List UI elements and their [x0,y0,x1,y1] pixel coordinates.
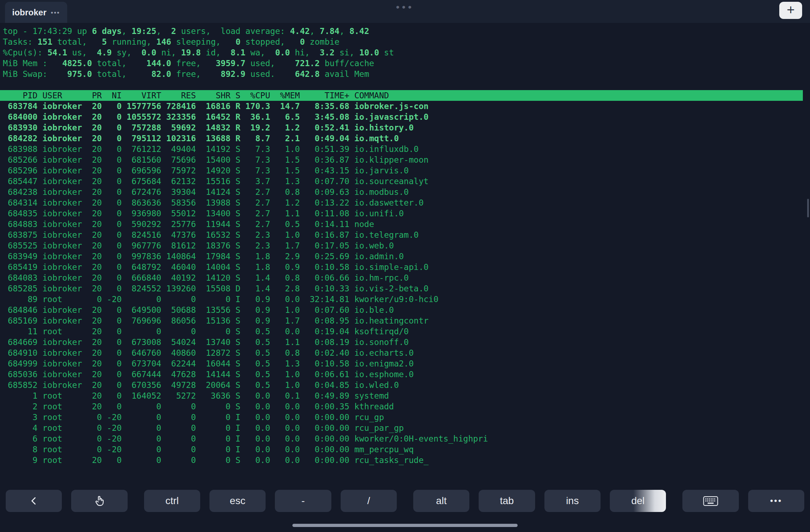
process-row: 3 root 0 -20 0 0 0 I 0.0 0.0 0:00.00 rcu… [3,412,803,423]
process-row: 11 root 20 0 0 0 0 S 0.5 0.0 0:19.04 kso… [3,326,803,337]
touch-pointer-icon [93,495,105,507]
key-back[interactable] [6,490,62,512]
process-row: 2 root 20 0 0 0 0 S 0.0 0.0 0:00.35 kthr… [3,401,803,412]
key-del[interactable]: del [610,490,666,512]
summary-line: top - 17:43:29 up 6 days, 19:25, 2 users… [3,26,803,36]
key-esc[interactable]: esc [209,490,266,512]
process-row: 8 root 0 -20 0 0 0 I 0.0 0.0 0:00.00 mm_… [3,444,803,455]
tab-bar: iobroker ••• ••• + [0,0,810,23]
chevron-left-icon [29,496,39,506]
process-row: 685285 iobroker 20 0 824552 139260 15508… [3,283,803,294]
multitasking-dots[interactable]: ••• [396,1,414,13]
summary-line: MiB Swap: 975.0 total, 82.0 free, 892.9 … [3,69,803,79]
process-row: 683949 iobroker 20 0 997836 140864 17984… [3,251,803,262]
process-row: 685296 iobroker 20 0 696596 75972 14920 … [3,165,803,176]
key-keyboard-toggle[interactable] [682,490,739,512]
process-row: 684314 iobroker 20 0 863636 58356 13988 … [3,197,803,208]
process-row: 684835 iobroker 20 0 936980 55012 13400 … [3,208,803,219]
process-row: 685525 iobroker 20 0 967776 81612 18376 … [3,240,803,251]
process-table-header: PID USER PR NI VIRT RES SHR S %CPU %MEM … [0,90,803,101]
process-row: 684282 iobroker 20 0 795112 102316 13688… [3,133,803,144]
process-row: 683784 iobroker 20 0 1577756 728416 1681… [3,101,803,112]
process-row: 684846 iobroker 20 0 649500 50688 13556 … [3,305,803,315]
process-row: 685852 iobroker 20 0 670356 49728 20064 … [3,380,803,390]
process-row: 685419 iobroker 20 0 648792 46040 14004 … [3,262,803,272]
home-indicator[interactable] [292,524,518,527]
summary-line: MiB Mem : 4825.0 total, 144.0 free, 3959… [3,58,803,69]
process-row: 4 root 0 -20 0 0 0 I 0.0 0.0 0:00.00 rcu… [3,423,803,433]
process-row: 684000 iobroker 20 0 1055572 323356 1645… [3,112,803,122]
summary-line: %Cpu(s): 54.1 us, 4.9 sy, 0.0 ni, 19.8 i… [3,47,803,58]
keyboard-icon [703,496,718,506]
key-slash[interactable]: / [341,490,397,512]
key-dash[interactable]: - [275,490,331,512]
process-row: 683930 iobroker 20 0 757288 59692 14832 … [3,122,803,133]
process-row: 684083 iobroker 20 0 666840 40192 14120 … [3,272,803,283]
key-tab[interactable]: tab [479,490,535,512]
process-row: 685036 iobroker 20 0 667444 47628 14144 … [3,369,803,380]
tab-title: iobroker [12,8,46,18]
key-ctrl[interactable]: ctrl [144,490,200,512]
blank-line [3,79,803,90]
summary-line: Tasks: 151 total, 5 running, 146 sleepin… [3,36,803,47]
scrollbar-thumb[interactable] [807,199,809,217]
process-row: 683988 iobroker 20 0 761212 49404 14192 … [3,144,803,154]
process-row: 684910 iobroker 20 0 646760 40860 12872 … [3,348,803,358]
process-row: 685447 iobroker 20 0 675684 62132 15516 … [3,176,803,187]
process-row: 685169 iobroker 20 0 769696 86056 15136 … [3,315,803,326]
key-more[interactable]: ••• [748,490,804,512]
extra-keys-toolbar: ctrl esc - / alt tab ins del ••• [0,490,810,512]
process-row: 684883 iobroker 20 0 590292 25776 11944 … [3,219,803,230]
terminal-output[interactable]: top - 17:43:29 up 6 days, 19:25, 2 users… [0,23,810,466]
process-row: 684669 iobroker 20 0 673008 54024 13740 … [3,337,803,348]
process-row: 1 root 20 0 164052 5272 3636 S 0.0 0.1 0… [3,390,803,401]
key-touch-mode[interactable] [71,490,127,512]
key-alt[interactable]: alt [413,490,469,512]
process-row: 9 root 20 0 0 0 0 S 0.0 0.0 0:00.00 rcu_… [3,455,803,466]
process-row: 683875 iobroker 20 0 824516 47376 16532 … [3,230,803,240]
process-row: 684238 iobroker 20 0 672476 39304 14124 … [3,187,803,197]
terminal-tab[interactable]: iobroker ••• [5,2,67,23]
process-row: 685266 iobroker 20 0 681560 75696 15400 … [3,154,803,165]
tab-menu-dots[interactable]: ••• [51,8,60,17]
key-ins[interactable]: ins [544,490,601,512]
new-tab-button[interactable]: + [779,2,802,19]
process-row: 6 root 0 -20 0 0 0 I 0.0 0.0 0:00.00 kwo… [3,433,803,444]
process-row: 684999 iobroker 20 0 673704 62244 16044 … [3,358,803,369]
process-row: 89 root 0 -20 0 0 0 I 0.9 0.0 32:14.81 k… [3,294,803,305]
